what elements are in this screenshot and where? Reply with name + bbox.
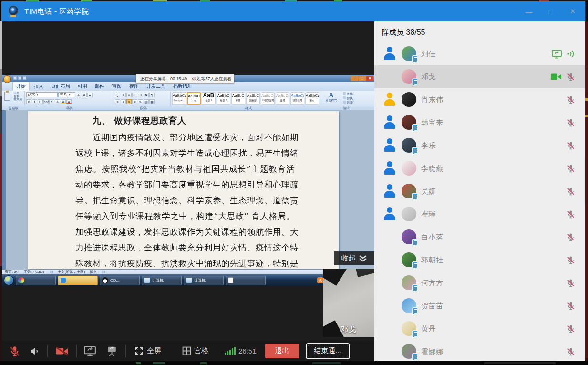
- grid-label: 宫格: [194, 346, 208, 355]
- style-gallery-item: AaBbC副标题: [246, 92, 260, 105]
- font-button: U: [38, 99, 43, 104]
- member-row[interactable]: 韩宝来: [374, 111, 585, 134]
- self-video-name: 邓戈: [323, 325, 374, 335]
- member-row[interactable]: 吴妍: [374, 180, 585, 203]
- font-name-box: 仿宋▾: [26, 92, 58, 97]
- grid-view-button[interactable]: 宫格: [182, 346, 208, 355]
- mobile-badge-icon: [412, 193, 418, 200]
- desktop-edge-bottom: [0, 361, 588, 365]
- member-row[interactable]: 霍娜娜: [374, 340, 585, 361]
- member-row[interactable]: 白小茗: [374, 226, 585, 249]
- tim-icon: [60, 277, 66, 283]
- doc-icon: [228, 277, 233, 283]
- exit-button[interactable]: 退出: [265, 344, 299, 358]
- computer-icon: [144, 277, 150, 283]
- members-list[interactable]: 刘佳 邓戈 肖东伟 韩宝来 李乐 李晓燕 吴妍 崔璀: [374, 42, 585, 361]
- end-call-button[interactable]: 结束通...: [306, 343, 350, 359]
- close-button[interactable]: ✕: [564, 4, 581, 19]
- document-body: 近期国内疫情散发、部分地区遭受水灾，面对不能如期返校上课，诸多不利因素对学生造成…: [75, 130, 295, 269]
- titlebar: TIM电话 - 医药学院 — □ ✕: [1, 1, 585, 21]
- member-row[interactable]: 黄丹: [374, 317, 585, 340]
- mobile-badge-icon: [412, 55, 418, 63]
- member-row[interactable]: 肖东伟: [374, 88, 585, 111]
- call-stage: —□✕ 开始插入页面布局引用邮件审阅视图开发工具福昕PDF 剪切 复制 格式刷 …: [2, 21, 374, 341]
- mobile-badge-icon: [412, 124, 418, 132]
- edit-item: 替换: [343, 96, 362, 100]
- collapse-label: 收起: [341, 254, 356, 263]
- mic-muted-icon: [566, 141, 576, 150]
- document-line: 导。把生命意识、理想信念、科学素养、生态理念、道德责: [75, 193, 295, 209]
- member-avatar: [402, 298, 416, 313]
- mic-muted-icon: [566, 232, 576, 242]
- taskbar-item: QQ...: [100, 276, 140, 285]
- share-screen-button[interactable]: [83, 345, 96, 357]
- members-header: 群成员 38/55: [374, 21, 585, 42]
- presence-person-icon: [383, 93, 396, 107]
- self-video-thumbnail[interactable]: 邓戈: [323, 269, 374, 337]
- taskbar-item: [226, 276, 266, 285]
- whiteboard-share-button[interactable]: [106, 345, 118, 357]
- ribbon-group-labels: 剪贴板字体段落样式编辑: [2, 106, 374, 110]
- windows-taskbar: QQ...计算机计算机 SCH: [2, 274, 374, 286]
- minimize-button[interactable]: —: [520, 4, 537, 19]
- camera-off-button[interactable]: [55, 345, 69, 357]
- font-button: x: [49, 99, 54, 104]
- font-button: I: [32, 99, 37, 104]
- voice-active-icon: [567, 49, 576, 59]
- member-row[interactable]: 崔璀: [374, 203, 585, 226]
- word-window-buttons: —□✕: [351, 76, 373, 81]
- members-panel: 群成员 38/55 刘佳 邓戈 肖东伟 韩宝来 李乐 李晓燕 吴妍: [374, 21, 585, 361]
- member-status-icons: [551, 42, 576, 65]
- maximize-button[interactable]: □: [542, 4, 559, 19]
- member-avatar: [402, 207, 416, 221]
- member-row[interactable]: 刘佳: [374, 42, 585, 65]
- collapse-button[interactable]: 收起: [334, 251, 374, 265]
- mobile-badge-icon: [412, 239, 418, 246]
- member-status-icons: [566, 249, 576, 271]
- ribbon-group-label: 段落: [114, 106, 173, 110]
- ribbon-change-style: A 更改样式: [321, 91, 341, 106]
- member-avatar: [402, 344, 416, 359]
- word-tab: 审阅: [109, 82, 125, 91]
- screen-share-icon: [551, 49, 562, 59]
- member-name: 白小茗: [421, 226, 444, 249]
- member-row[interactable]: 邓戈: [374, 65, 585, 88]
- microphone-muted-button[interactable]: [9, 345, 21, 357]
- style-gallery-item: AaBbC标题 2: [217, 92, 230, 105]
- start-orb-icon: [4, 275, 14, 285]
- member-name: 霍娜娜: [421, 340, 444, 361]
- document-line: 殊教材，将抗疫防疫、抗洪救灾中涌现的先进事迹，特别是: [75, 256, 295, 269]
- member-row[interactable]: 贺苗苗: [374, 294, 585, 317]
- font-size-box: 三号▾: [58, 92, 75, 97]
- member-name: 郭朝社: [421, 249, 444, 271]
- style-gallery-item: AaB标题 1: [202, 92, 216, 105]
- mic-muted-icon: [566, 301, 576, 311]
- fullscreen-label: 全屏: [147, 346, 161, 355]
- ribbon-group-label: 样式: [173, 106, 324, 110]
- mobile-badge-icon: [412, 78, 418, 86]
- member-row[interactable]: 何方方: [374, 271, 585, 294]
- member-row[interactable]: 郭朝社: [374, 249, 585, 271]
- font-button: A: [55, 99, 60, 104]
- member-name: 吴妍: [421, 180, 436, 203]
- speaker-button[interactable]: [29, 345, 40, 357]
- word-ribbon: 剪切 复制 格式刷 仿宋▾ 三号▾ AA▲ BIUabcxAAA ⋮≡≣⇤⇥↹¶: [2, 91, 374, 106]
- member-row[interactable]: 李乐: [374, 134, 585, 157]
- desktop-edge-right: [585, 21, 588, 361]
- font-color-button: A: [66, 99, 72, 104]
- call-timer: 26:51: [238, 347, 257, 355]
- member-status-icons: [566, 180, 576, 203]
- document-line: 近期国内疫情散发、部分地区遭受水灾，面对不能如期: [75, 130, 295, 146]
- word-tab: 引用: [74, 82, 91, 91]
- mobile-badge-icon: [412, 307, 418, 315]
- taskbar-item: [58, 276, 98, 285]
- document-line: 动的要求，各教学部门要高度重视学生的思想引导和心理疏: [75, 177, 295, 193]
- presence-person-icon: [383, 115, 396, 130]
- member-name: 黄丹: [421, 317, 436, 340]
- member-status-icons: [566, 111, 576, 134]
- document-page: 九、 做好课程思政育人 近期国内疫情散发、部分地区遭受水灾，面对不能如期返校上课…: [28, 111, 339, 269]
- member-row[interactable]: 李晓燕: [374, 157, 585, 180]
- member-avatar: [402, 275, 416, 290]
- ribbon-group-label: 字体: [25, 106, 114, 110]
- fullscreen-button[interactable]: 全屏: [134, 346, 161, 356]
